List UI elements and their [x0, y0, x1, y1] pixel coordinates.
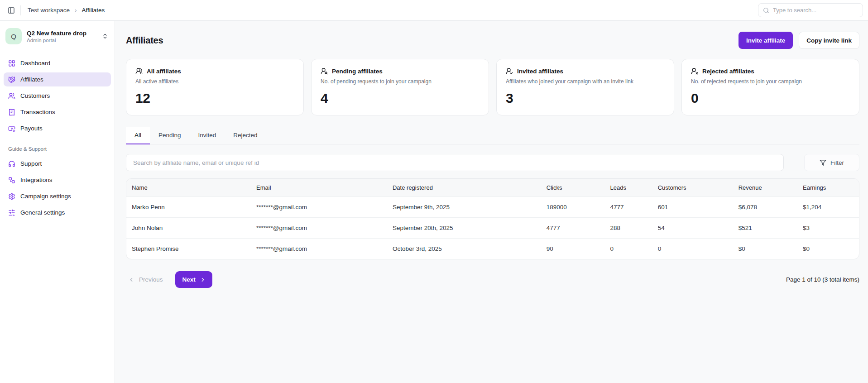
- sidebar-item-general-settings[interactable]: General settings: [4, 206, 111, 220]
- stat-card-subtitle: Affiliates who joined your campaign with…: [506, 78, 665, 85]
- cell-name: John Nolan: [126, 218, 251, 239]
- panel-left-icon: [8, 7, 15, 14]
- stat-card-value: 4: [321, 91, 480, 106]
- stat-card-subtitle: All active affiliates: [135, 78, 294, 85]
- cell-clicks: 189000: [541, 197, 605, 218]
- cell-name: Stephen Promise: [126, 239, 251, 259]
- sidebar-nav: Dashboard Affiliates Customers Transacti…: [4, 56, 111, 135]
- column-header-date-registered: Date registered: [387, 179, 541, 197]
- cell-date: October 3rd, 2025: [387, 239, 541, 259]
- workspace-switcher[interactable]: Q Q2 New feature drop Admin portal: [4, 25, 111, 44]
- page-actions: Invite affiliate Copy invite link: [739, 32, 859, 49]
- cell-clicks: 90: [541, 239, 605, 259]
- topbar-divider: [20, 5, 21, 15]
- user-search-icon: [321, 67, 328, 75]
- topbar: Test workspace › Affiliates: [0, 0, 868, 21]
- cell-name: Marko Penn: [126, 197, 251, 218]
- cell-revenue: $521: [733, 218, 797, 239]
- stat-card-value: 0: [691, 91, 850, 106]
- sidebar: Q Q2 New feature drop Admin portal Dashb…: [0, 21, 115, 383]
- global-search-input[interactable]: [773, 7, 858, 14]
- sidebar-item-label: Payouts: [20, 125, 43, 132]
- tab-rejected[interactable]: Rejected: [225, 127, 266, 144]
- search-icon: [763, 7, 769, 14]
- stat-card-header: Pending affiliates: [321, 67, 480, 75]
- cell-earnings: $3: [797, 218, 859, 239]
- column-header-clicks: Clicks: [541, 179, 605, 197]
- invite-affiliate-button[interactable]: Invite affiliate: [739, 32, 793, 49]
- column-header-customers: Customers: [652, 179, 733, 197]
- cell-date: September 20th, 2025: [387, 218, 541, 239]
- stat-card-subtitle: No. of pending requests to join your cam…: [321, 78, 480, 85]
- payouts-icon: [8, 125, 15, 132]
- gear-icon: [8, 193, 15, 200]
- sidebar-item-label: Customers: [20, 92, 50, 99]
- user-check-icon: [506, 67, 513, 75]
- global-search[interactable]: [758, 3, 863, 17]
- sidebar-item-transactions[interactable]: Transactions: [4, 105, 111, 119]
- table-row[interactable]: John Nolan *******@gmail.com September 2…: [126, 218, 859, 239]
- filter-button[interactable]: Filter: [804, 154, 859, 171]
- sidebar-item-label: General settings: [20, 209, 65, 216]
- sidebar-item-affiliates[interactable]: Affiliates: [4, 72, 111, 86]
- workspace-avatar: Q: [5, 28, 22, 44]
- affiliate-search-input[interactable]: [126, 154, 784, 171]
- app-window: Test workspace › Affiliates Q Q2 New fea…: [0, 0, 868, 383]
- column-header-leads: Leads: [605, 179, 652, 197]
- headset-icon: [8, 160, 15, 168]
- table-row[interactable]: Stephen Promise *******@gmail.com Octobe…: [126, 239, 859, 259]
- affiliate-tabs: All Pending Invited Rejected: [126, 127, 859, 144]
- sidebar-item-campaign-settings[interactable]: Campaign settings: [4, 189, 111, 203]
- cell-revenue: $0: [733, 239, 797, 259]
- previous-button-label: Previous: [139, 276, 163, 283]
- sidebar-item-label: Support: [20, 160, 42, 167]
- cell-revenue: $6,078: [733, 197, 797, 218]
- stat-card-header: Invited affiliates: [506, 67, 665, 75]
- column-header-email: Email: [251, 179, 387, 197]
- table-header-row: Name Email Date registered Clicks Leads …: [126, 179, 859, 197]
- sidebar-item-customers[interactable]: Customers: [4, 89, 111, 103]
- previous-button[interactable]: Previous: [128, 276, 163, 283]
- stat-card-title: Pending affiliates: [332, 68, 383, 75]
- sidebar-item-payouts[interactable]: Payouts: [4, 121, 111, 135]
- cell-date: September 9th, 2025: [387, 197, 541, 218]
- dashboard-icon: [8, 60, 15, 67]
- stats-row: All affiliates All active affiliates 12 …: [126, 59, 859, 115]
- next-button[interactable]: Next: [175, 271, 212, 288]
- breadcrumb-separator: ›: [75, 7, 77, 14]
- breadcrumb: Test workspace › Affiliates: [28, 7, 105, 14]
- cell-earnings: $0: [797, 239, 859, 259]
- sidebar-section-label: Guide & Support: [8, 146, 106, 152]
- cell-customers: 0: [652, 239, 733, 259]
- cell-email: *******@gmail.com: [251, 197, 387, 218]
- sliders-icon: [8, 209, 15, 216]
- tab-pending[interactable]: Pending: [150, 127, 190, 144]
- sidebar-item-support[interactable]: Support: [4, 157, 111, 171]
- breadcrumb-workspace[interactable]: Test workspace: [28, 7, 70, 14]
- stat-card-title: All affiliates: [147, 68, 181, 75]
- copy-invite-link-button[interactable]: Copy invite link: [799, 32, 859, 49]
- sidebar-item-integrations[interactable]: Integrations: [4, 173, 111, 187]
- pagination-info: Page 1 of 10 (3 total items): [786, 276, 859, 283]
- stat-card-title: Invited affiliates: [517, 68, 563, 75]
- column-header-earnings: Earnings: [797, 179, 859, 197]
- stat-card-header: Rejected affiliates: [691, 67, 850, 75]
- breadcrumb-page: Affiliates: [82, 7, 105, 14]
- chevrons-up-down-icon: [102, 33, 108, 39]
- column-header-revenue: Revenue: [733, 179, 797, 197]
- sidebar-toggle-button[interactable]: [5, 4, 18, 17]
- cell-earnings: $1,204: [797, 197, 859, 218]
- chevron-left-icon: [128, 277, 134, 283]
- tab-invited[interactable]: Invited: [190, 127, 225, 144]
- cell-customers: 601: [652, 197, 733, 218]
- affiliates-table: Name Email Date registered Clicks Leads …: [126, 178, 859, 259]
- tab-all[interactable]: All: [126, 127, 150, 144]
- pagination: Previous Next Page 1 of 10 (3 total item…: [126, 271, 859, 288]
- stat-card-subtitle: No. of rejected requests to join your ca…: [691, 78, 850, 85]
- table-row[interactable]: Marko Penn *******@gmail.com September 9…: [126, 197, 859, 218]
- workspace-name: Q2 New feature drop: [27, 30, 97, 37]
- sidebar-item-dashboard[interactable]: Dashboard: [4, 56, 111, 70]
- cell-email: *******@gmail.com: [251, 239, 387, 259]
- cell-customers: 54: [652, 218, 733, 239]
- stat-card-value: 12: [135, 91, 294, 106]
